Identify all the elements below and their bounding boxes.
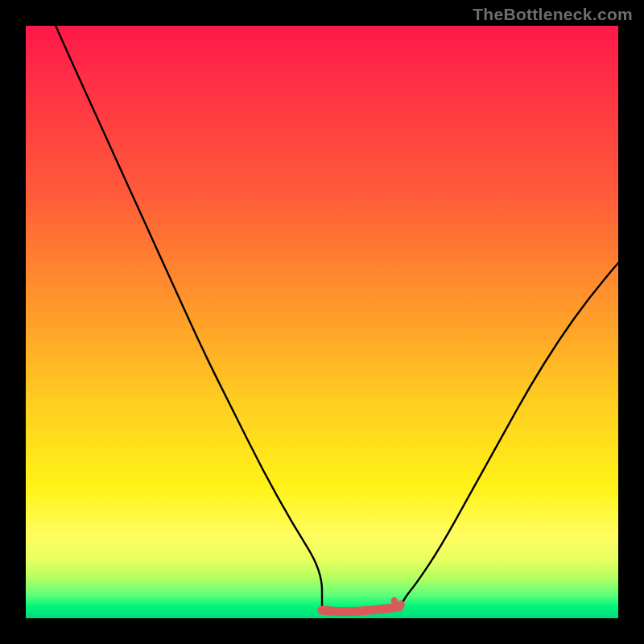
marker-dot [391,597,398,604]
curve-left-limb [26,0,322,609]
chart-frame: TheBottleneck.com [0,0,644,644]
chart-svg [26,26,618,618]
curve-right-limb [399,262,618,609]
plot-area [26,26,618,618]
marker-dot [397,601,405,609]
watermark-text: TheBottleneck.com [473,5,633,24]
optimal-range-marker [322,607,399,612]
